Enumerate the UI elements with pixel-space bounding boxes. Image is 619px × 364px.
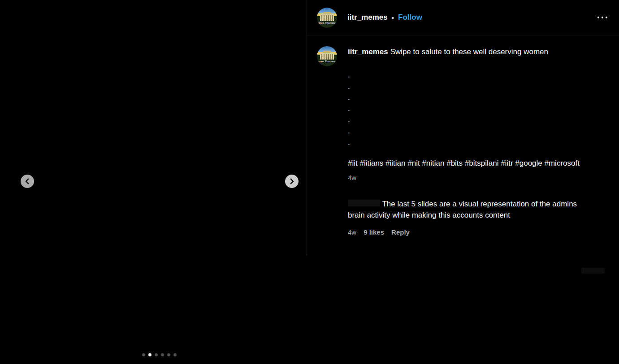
comment-body: The last 5 slides are a visual represent…	[348, 198, 590, 238]
caption-dot-line: .	[348, 137, 590, 148]
post-modal: James Thomason iitr_memes • Follow	[0, 0, 619, 364]
username-follow-separator: •	[392, 14, 394, 21]
avatar-overlay-text: James Thomason	[317, 21, 337, 24]
caption-comment: James Thomason iitr_memes Swipe to salut…	[317, 46, 608, 181]
comment: The last 5 slides are a visual represent…	[317, 198, 608, 238]
carousel-next-button[interactable]	[285, 175, 299, 188]
carousel-dot[interactable]	[173, 353, 177, 356]
carousel-dot[interactable]	[142, 353, 145, 356]
caption-username[interactable]: iitr_memes	[348, 47, 388, 56]
caption-dot-line: .	[348, 114, 590, 125]
redacted-username	[348, 200, 380, 206]
comment-reply-button[interactable]: Reply	[391, 228, 410, 236]
chevron-right-icon	[289, 178, 295, 184]
carousel-dot-active[interactable]	[148, 353, 152, 356]
caption-hashtags[interactable]: #iit #iitians #iitian #nit #nitian #bits…	[348, 158, 590, 169]
post-author-username[interactable]: iitr_memes	[347, 13, 388, 22]
chevron-left-icon	[24, 178, 30, 184]
carousel-dot[interactable]	[167, 353, 170, 356]
carousel-prev-button[interactable]	[21, 175, 34, 188]
comments-section: James Thomason iitr_memes Swipe to salut…	[307, 35, 619, 238]
caption-body: iitr_memes Swipe to salute to these well…	[348, 46, 590, 181]
caption-dot-line: .	[348, 125, 590, 137]
caption-timestamp: 4w	[348, 174, 590, 181]
caption-text-line: iitr_memes Swipe to salute to these well…	[348, 46, 590, 57]
profile-avatar[interactable]: James Thomason	[317, 8, 337, 28]
carousel-media[interactable]	[0, 0, 307, 364]
smudge-artifact	[581, 268, 605, 274]
caption-dot-line: .	[348, 69, 590, 81]
more-options-button[interactable]	[597, 14, 608, 21]
comment-text-line: The last 5 slides are a visual represent…	[348, 198, 590, 221]
comment-likes-count[interactable]: 9 likes	[364, 228, 384, 236]
caption-dot-line: .	[348, 92, 590, 103]
caption-avatar[interactable]: James Thomason	[317, 46, 337, 66]
carousel-dots	[142, 353, 177, 356]
caption-dot-line: .	[348, 103, 590, 114]
post-header: James Thomason iitr_memes • Follow	[307, 0, 619, 35]
ellipsis-icon	[597, 17, 607, 18]
caption-dot-lines: .......	[348, 69, 590, 148]
comment-timestamp: 4w	[348, 227, 356, 238]
caption-text: Swipe to salute to these well deserving …	[388, 47, 548, 56]
comment-text: The last 5 slides are a visual represent…	[348, 200, 577, 219]
caption-dot-line: .	[348, 81, 590, 92]
svg-text:James Thomason: James Thomason	[317, 60, 337, 63]
follow-button[interactable]: Follow	[398, 13, 422, 22]
comment-meta: 4w 9 likes Reply	[348, 227, 590, 238]
post-detail-pane: James Thomason iitr_memes • Follow	[307, 0, 619, 364]
carousel-dot[interactable]	[161, 353, 164, 356]
carousel-dot[interactable]	[155, 353, 158, 356]
